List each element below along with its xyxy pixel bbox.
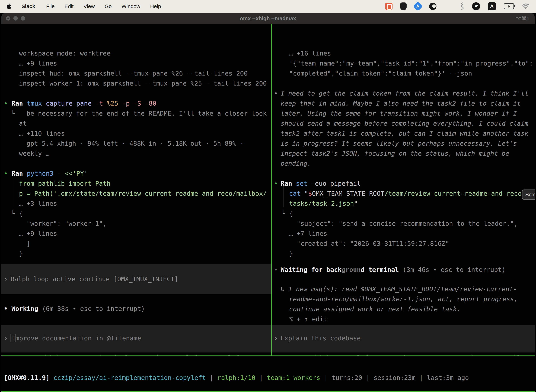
pane-status-line: gpt-5.4 xhigh · essay/ai-reimplementatio… <box>10 353 266 355</box>
tree-connector-line <box>13 175 13 207</box>
code-line: from pathlib import Path <box>19 178 110 188</box>
desktop-screen: SlackFileEditViewGoWindowHelp ..61 A <box>0 0 536 392</box>
prompt-input[interactable]: Improve documentation in @filename <box>10 333 141 343</box>
badge-61-icon[interactable]: ..61 <box>472 2 480 10</box>
config-line: inspect_hud: omx sparkshell --tmux-pane … <box>19 68 248 78</box>
ran-command: • Ran tmux capture-pane -t %25 -p -S -80 <box>4 98 156 108</box>
elided-lines: … +3 lines <box>19 198 57 209</box>
json-output: ] <box>27 238 30 248</box>
letter-a-icon[interactable]: A <box>488 2 496 10</box>
chat-app-icon[interactable] <box>385 3 392 10</box>
command-output: gpt-5.4 xhigh · 94% left · 488K in · 5.1… <box>27 138 244 148</box>
thinking-text: task2 after task1 is complete, but can I… <box>281 128 528 138</box>
menu-item-edit[interactable]: Edit <box>60 3 79 9</box>
loop-status: Ralph loop active continue [OMX_TMUX_INJ… <box>10 274 178 284</box>
ran-command: • Ran python3 - <<'PY' <box>4 168 88 178</box>
loop-status-chevron: › <box>4 274 8 284</box>
mailbox-message: readme-and-reco/mailbox/worker-1.json, a… <box>289 294 518 304</box>
elided-lines: … +16 lines <box>289 48 331 58</box>
pane-border-horizontal <box>1 355 535 356</box>
json-output: "subject": "send a concise recommendatio… <box>297 219 518 229</box>
code-line: tasks/task-2.json" <box>289 198 358 209</box>
window-titlebar[interactable]: omx --xhigh --madmax ⌥⌘1 <box>1 13 535 24</box>
menubar-menus: SlackFileEditViewGoWindowHelp <box>0 3 166 10</box>
json-output: } <box>289 248 293 258</box>
terminal-window: omx --xhigh --madmax ⌥⌘1 workspace_mode:… <box>1 13 535 392</box>
omx-status-line: [OMX#0.11.9] cczip/essay/ai-reimplementa… <box>4 373 469 383</box>
mailbox-message: continue assigned work or next feasible … <box>289 304 460 314</box>
mailbox-message: ↳ 1 new msg(s): read $OMX_TEAM_STATE_ROO… <box>281 284 517 294</box>
elided-lines: … +9 lines <box>19 58 57 68</box>
bolt-diamond-icon[interactable] <box>413 1 423 11</box>
menubar-status-area: ..61 A <box>385 2 536 10</box>
thinking-text: I need to get the claim token from the c… <box>281 88 528 98</box>
menu-item-window[interactable]: Window <box>117 3 145 9</box>
pane-divider[interactable] <box>271 24 272 355</box>
menu-item-go[interactable]: Go <box>100 3 117 9</box>
command-output: weekly … <box>19 148 49 159</box>
thinking-text: keep that in mind. Maybe I also need the… <box>281 98 521 108</box>
moon-circle-icon[interactable] <box>429 3 436 10</box>
waiting-bullet: • <box>274 265 278 275</box>
pane-status-line: gpt-5.4 xhigh · 94% left · 488K in · 5.1… <box>281 353 532 355</box>
shield-grid-icon[interactable] <box>400 2 407 10</box>
dots-grid-icon[interactable] <box>444 2 452 10</box>
menu-item-help[interactable]: Help <box>145 3 166 9</box>
json-output: "created_at": "2026-03-31T11:59:27.816Z" <box>297 238 449 248</box>
code-line: p = Path('.omx/state/team/review-current… <box>19 188 267 198</box>
apple-menu-icon[interactable] <box>6 3 12 10</box>
json-output: "worker": "worker-1", <box>27 219 107 229</box>
code-line: cat "$OMX_TEAM_STATE_ROOT/team/review-cu… <box>289 188 526 198</box>
prompt-input[interactable]: Explain this codebase <box>281 333 361 343</box>
tree-corner: └ <box>11 108 15 118</box>
working-status: • Working (6m 38s • esc to interrupt) <box>4 304 145 314</box>
menu-item-view[interactable]: View <box>78 3 100 9</box>
prompt-chevron: › <box>274 333 278 343</box>
figure-squiggle-icon[interactable] <box>460 2 464 10</box>
command-output: be necessary for the end of the README. … <box>27 108 267 118</box>
battery-icon[interactable] <box>504 3 514 9</box>
thinking-bullet: • <box>274 88 278 98</box>
thinking-text: inspect task2's JSON, focusing on the st… <box>281 148 509 159</box>
tmux-status-bar: [omx-cczip0:bash* "MacBook-Pro-44.local"… <box>1 391 535 392</box>
json-output: { <box>19 209 23 219</box>
thinking-text: later. Using the same for transition mig… <box>281 108 517 118</box>
json-output: } <box>19 248 23 258</box>
terminal-pane-hud[interactable]: … +16 lines'{"team_name":"my-team","task… <box>272 24 535 355</box>
tree-corner: └ <box>281 209 285 219</box>
thinking-text: pending. <box>281 159 311 168</box>
terminal-pane-worker[interactable]: workspace_mode: worktree… +9 linesinspec… <box>1 24 271 355</box>
thinking-text: should send a message before completing … <box>281 118 528 128</box>
ran-command: Ran set -euo pipefail <box>281 178 361 188</box>
macos-menubar: SlackFileEditViewGoWindowHelp ..61 A <box>0 0 536 13</box>
terminal-content: workspace_mode: worktree… +9 linesinspec… <box>1 24 535 392</box>
ran-bullet: • <box>274 178 278 188</box>
command-output: "completed","claim_token":"claim-token"}… <box>289 68 472 78</box>
prompt-chevron: › <box>4 333 8 343</box>
window-title: omx --xhigh --madmax <box>1 15 535 21</box>
tree-corner: └ <box>11 209 15 219</box>
menu-item-file[interactable]: File <box>41 3 59 9</box>
screen-tooltip-label: Scre <box>525 191 535 198</box>
elided-lines: … +110 lines <box>19 128 65 138</box>
thinking-text: is in progress? It seems likely but perh… <box>281 138 517 148</box>
menu-item-slack[interactable]: Slack <box>17 3 41 9</box>
command-output: '{"team_name":"my-team","task_id":"1","f… <box>289 58 533 68</box>
elided-lines: … +9 lines <box>19 229 57 238</box>
config-line: inspect_worker-1: omx sparkshell --tmux-… <box>19 78 267 88</box>
waiting-status: Waiting for background terminal (3m 46s … <box>281 265 506 275</box>
wifi-icon[interactable] <box>522 4 530 9</box>
json-output: { <box>289 209 293 219</box>
screen-tooltip[interactable]: Scre <box>522 190 535 200</box>
config-line: workspace_mode: worktree <box>19 48 110 58</box>
edit-hint: ⌥ + ↑ edit <box>289 314 327 324</box>
elided-lines: … +7 lines <box>289 229 327 238</box>
command-output: at <box>19 118 27 128</box>
